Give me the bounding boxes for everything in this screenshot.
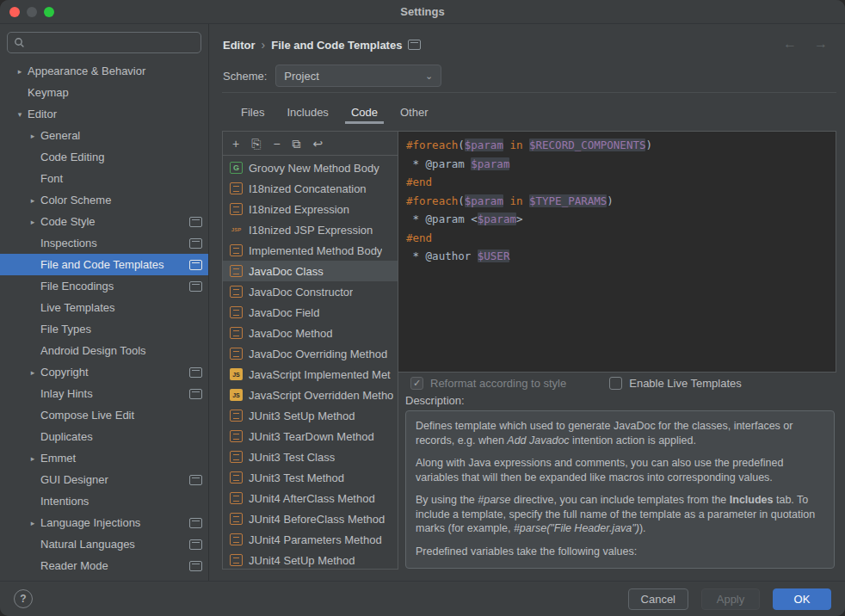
tab-code[interactable]: Code [340,102,389,124]
sidebar-item-emmet[interactable]: ▸Emmet [0,447,208,469]
settings-search[interactable] [7,32,201,53]
tab-bar: FilesIncludesCodeOther [230,102,439,124]
enable-live-templates-checkbox[interactable]: Enable Live Templates [609,377,742,390]
description-box: Defines template which used to generate … [405,410,835,569]
close-button[interactable] [9,7,20,17]
duplicate-icon[interactable]: ⧉ [293,138,301,150]
sidebar-item-intentions[interactable]: Intentions [0,490,208,512]
template-item-label: JavaScript Overridden Metho [249,389,393,402]
sidebar-item-code-editing[interactable]: Code Editing [0,146,208,168]
zoom-button[interactable] [44,7,54,17]
sidebar-item-label: Compose Live Edit [40,409,134,422]
chevron-down-icon[interactable]: ▾ [12,110,28,119]
template-file-icon [230,244,243,256]
reset-icon[interactable]: ↩ [313,138,324,150]
sidebar-item-file-encodings[interactable]: File Encodings [0,275,208,297]
screen-icon [189,389,202,399]
template-item-label: JavaDoc Constructor [249,286,353,299]
sidebar-item-keymap[interactable]: Keymap [0,82,208,103]
chevron-right-icon[interactable]: ▸ [25,196,40,205]
back-arrow-icon[interactable]: ← [783,36,797,52]
sidebar-item-font[interactable]: Font [0,168,208,189]
breadcrumb-editor[interactable]: Editor [223,39,256,52]
sidebar-item-duplicates[interactable]: Duplicates [0,426,208,447]
search-icon [14,37,25,48]
template-item-javascript-overridden-metho[interactable]: JSJavaScript Overridden Metho [223,385,398,405]
sidebar-item-appearance-behavior[interactable]: ▸Appearance & Behavior [0,60,208,82]
template-item-javadoc-class[interactable]: JavaDoc Class [223,261,398,281]
search-input[interactable] [29,36,194,49]
code-token: ) [645,139,652,151]
chevron-right-icon[interactable]: ▸ [12,67,28,76]
add-icon[interactable]: + [232,138,239,150]
template-file-icon [230,203,243,215]
scheme-dropdown[interactable]: Project ⌄ [275,65,441,87]
sidebar-item-code-style[interactable]: ▸Code Style [0,211,208,232]
chevron-right-icon[interactable]: ▸ [25,454,40,463]
template-item-junit4-setup-method[interactable]: JUnit4 SetUp Method [223,550,398,569]
template-item-groovy-new-method-body[interactable]: GGroovy New Method Body [223,157,398,178]
template-item-javadoc-method[interactable]: JavaDoc Method [223,323,398,343]
tab-files[interactable]: Files [230,102,275,124]
remove-icon[interactable]: − [273,138,280,150]
sidebar-item-file-and-code-templates[interactable]: File and Code Templates [0,254,208,275]
tab-includes[interactable]: Includes [275,102,339,124]
template-item-javascript-implemented-met[interactable]: JSJavaScript Implemented Met [223,364,398,385]
sidebar-item-gui-designer[interactable]: GUI Designer [0,469,208,490]
template-item-label: I18nized JSP Expression [249,224,373,237]
sidebar-item-color-scheme[interactable]: ▸Color Scheme [0,189,208,211]
checkbox-unchecked-icon[interactable] [609,377,622,390]
template-editor[interactable]: #foreach($param in $RECORD_COMPONENTS) *… [398,131,836,373]
window-controls [9,7,54,17]
template-item-junit3-test-class[interactable]: JUnit3 Test Class [223,447,398,467]
code-token: ) [607,194,614,207]
template-item-javadoc-overriding-method[interactable]: JavaDoc Overriding Method [223,343,398,364]
code-line: #end [406,173,828,192]
template-item-i18nized-jsp-expression[interactable]: JSPI18nized JSP Expression [223,219,398,240]
sidebar-item-reader-mode[interactable]: Reader Mode [0,555,208,576]
template-item-javadoc-field[interactable]: JavaDoc Field [223,302,398,323]
sidebar-item-natural-languages[interactable]: Natural Languages [0,533,208,555]
template-item-junit4-parameters-method[interactable]: JUnit4 Parameters Method [223,529,398,550]
chevron-right-icon[interactable]: ▸ [25,218,40,226]
forward-arrow-icon[interactable]: → [814,36,828,52]
template-item-junit3-teardown-method[interactable]: JUnit3 TearDown Method [223,426,398,447]
sidebar-item-file-types[interactable]: File Types [0,318,208,340]
chevron-down-icon: ⌄ [425,71,433,82]
help-button[interactable]: ? [14,589,33,608]
chevron-right-icon[interactable]: ▸ [25,519,40,527]
sidebar-item-general[interactable]: ▸General [0,125,208,146]
scheme-value: Project [284,70,318,83]
sidebar-item-inspections[interactable]: Inspections [0,232,208,254]
breadcrumb-current: File and Code Templates [271,39,402,52]
sidebar-item-android-design-tools[interactable]: Android Design Tools [0,340,208,361]
template-item-junit4-afterclass-method[interactable]: JUnit4 AfterClass Method [223,488,398,508]
chevron-right-icon[interactable]: ▸ [25,368,40,377]
sidebar-item-label: Language Injections [40,516,140,529]
template-item-junit4-beforeclass-method[interactable]: JUnit4 BeforeClass Method [223,508,398,529]
template-file-icon [230,410,243,422]
code-token: in [503,194,529,207]
chevron-right-icon[interactable]: ▸ [25,132,40,140]
template-item-javadoc-constructor[interactable]: JavaDoc Constructor [223,281,398,302]
sidebar-item-language-injections[interactable]: ▸Language Injections [0,512,208,533]
template-item-i18nized-concatenation[interactable]: I18nized Concatenation [223,178,398,199]
ok-button[interactable]: OK [773,588,831,610]
sidebar-item-inlay-hints[interactable]: Inlay Hints [0,383,208,404]
sidebar-item-label: Font [40,172,63,185]
sidebar-item-live-templates[interactable]: Live Templates [0,297,208,318]
sidebar-item-compose-live-edit[interactable]: Compose Live Edit [0,404,208,426]
tab-other[interactable]: Other [389,102,440,124]
sidebar-item-editor[interactable]: ▾Editor [0,103,208,125]
screen-icon [189,260,202,270]
template-item-label: JUnit4 BeforeClass Method [249,513,385,526]
sidebar-item-copyright[interactable]: ▸Copyright [0,361,208,383]
copy-from-icon[interactable]: ⎘ [251,138,261,150]
template-item-i18nized-expression[interactable]: I18nized Expression [223,199,398,219]
template-item-junit3-setup-method[interactable]: JUnit3 SetUp Method [223,405,398,426]
template-item-junit3-test-method[interactable]: JUnit3 Test Method [223,467,398,488]
cancel-button[interactable]: Cancel [628,588,688,610]
code-token: ( [458,139,465,151]
apply-button[interactable]: Apply [701,588,760,610]
template-item-implemented-method-body[interactable]: Implemented Method Body [223,240,398,261]
